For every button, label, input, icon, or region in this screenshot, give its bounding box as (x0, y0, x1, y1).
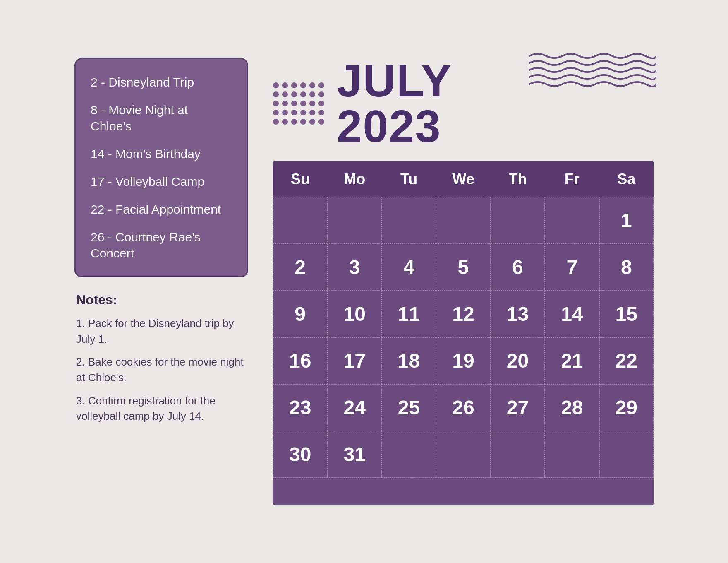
cal-cell-w0-d6: 1 (599, 197, 654, 244)
cal-cell-w2-d1: 10 (327, 291, 381, 337)
cal-cell-w0-d1 (327, 197, 381, 244)
wave-decoration (525, 50, 658, 87)
day-header-fr: Fr (545, 161, 599, 197)
cal-cell-w2-d2: 11 (382, 291, 436, 337)
cal-cell-w5-d5 (545, 431, 599, 478)
event-item-1: 2 - Disneyland Trip (91, 74, 232, 90)
cal-cell-w0-d0 (273, 197, 327, 244)
cal-cell-w3-d3: 19 (436, 337, 490, 384)
cal-cell-w5-d3 (436, 431, 490, 478)
day-header-tu: Tu (382, 161, 436, 197)
cal-cell-w1-d4: 6 (491, 244, 545, 291)
cal-cell-w4-d5: 28 (545, 384, 599, 431)
calendar-days-header: Su Mo Tu We Th Fr Sa (273, 161, 654, 197)
day-header-mo: Mo (327, 161, 381, 197)
cal-cell-w4-d2: 25 (382, 384, 436, 431)
cal-cell-w1-d6: 8 (599, 244, 654, 291)
cal-cell-w5-d0: 30 (273, 431, 327, 478)
cal-cell-w5-d1: 31 (327, 431, 381, 478)
calendar-grid: Su Mo Tu We Th Fr Sa 1234567891011121314… (273, 161, 654, 505)
cal-cell-w4-d1: 24 (327, 384, 381, 431)
cal-cell-w4-d6: 29 (599, 384, 654, 431)
left-column: 2 - Disneyland Trip 8 - Movie Night at C… (74, 58, 248, 505)
cal-cell-w4-d4: 27 (491, 384, 545, 431)
day-header-sa: Sa (599, 161, 654, 197)
page: 2 - Disneyland Trip 8 - Movie Night at C… (50, 33, 678, 530)
event-item-3: 14 - Mom's Birthday (91, 146, 232, 162)
dot-grid (273, 82, 324, 125)
event-item-2: 8 - Movie Night at Chloe's (91, 102, 232, 134)
cal-cell-w1-d3: 5 (436, 244, 490, 291)
calendar-title: JULY 2023 (337, 58, 517, 149)
event-item-5: 22 - Facial Appointment (91, 201, 232, 217)
cal-cell-w3-d1: 17 (327, 337, 381, 384)
events-box: 2 - Disneyland Trip 8 - Movie Night at C… (74, 58, 248, 277)
day-header-th: Th (491, 161, 545, 197)
event-item-6: 26 - Courtney Rae's Concert (91, 229, 232, 261)
calendar-body: 1234567891011121314151617181920212223242… (273, 197, 654, 478)
cal-cell-w0-d3 (436, 197, 490, 244)
note-item-2: 2. Bake cookies for the movie night at C… (76, 354, 247, 385)
day-header-su: Su (273, 161, 327, 197)
right-column: JULY 2023 Su Mo Tu We Th Fr Sa 123456789… (273, 58, 654, 505)
event-item-4: 17 - Volleyball Camp (91, 173, 232, 190)
cal-cell-w5-d2 (382, 431, 436, 478)
cal-cell-w0-d4 (491, 197, 545, 244)
note-item-3: 3. Confirm registration for the volleyba… (76, 393, 247, 424)
cal-cell-w0-d5 (545, 197, 599, 244)
cal-cell-w2-d5: 14 (545, 291, 599, 337)
cal-cell-w3-d6: 22 (599, 337, 654, 384)
cal-cell-w1-d2: 4 (382, 244, 436, 291)
cal-cell-w4-d3: 26 (436, 384, 490, 431)
day-header-we: We (436, 161, 490, 197)
cal-cell-w2-d4: 13 (491, 291, 545, 337)
cal-cell-w0-d2 (382, 197, 436, 244)
cal-cell-w3-d2: 18 (382, 337, 436, 384)
cal-cell-w2-d6: 15 (599, 291, 654, 337)
cal-cell-w4-d0: 23 (273, 384, 327, 431)
cal-cell-w5-d6 (599, 431, 654, 478)
cal-cell-w1-d5: 7 (545, 244, 599, 291)
note-item-1: 1. Pack for the Disneyland trip by July … (76, 316, 247, 347)
cal-cell-w1-d0: 2 (273, 244, 327, 291)
notes-section: Notes: 1. Pack for the Disneyland trip b… (74, 292, 248, 432)
cal-cell-w1-d1: 3 (327, 244, 381, 291)
notes-title: Notes: (76, 292, 247, 308)
cal-cell-w5-d4 (491, 431, 545, 478)
cal-cell-w2-d3: 12 (436, 291, 490, 337)
cal-cell-w2-d0: 9 (273, 291, 327, 337)
cal-cell-w3-d0: 16 (273, 337, 327, 384)
cal-cell-w3-d4: 20 (491, 337, 545, 384)
cal-cell-w3-d5: 21 (545, 337, 599, 384)
